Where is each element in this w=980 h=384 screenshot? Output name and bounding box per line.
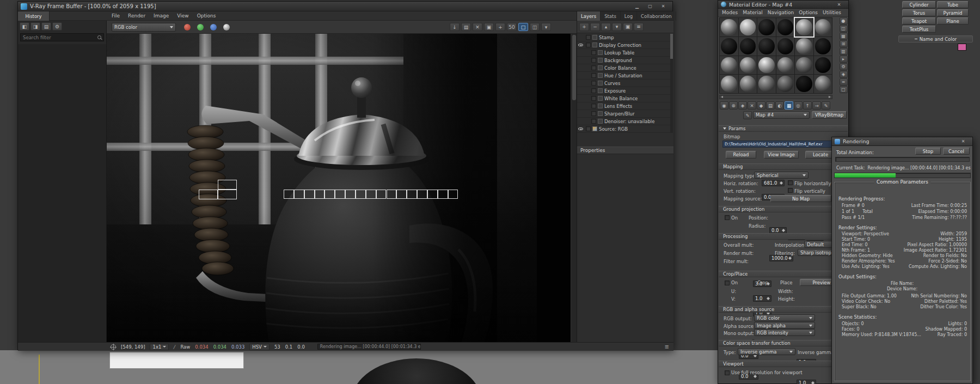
- material-slot[interactable]: [720, 75, 738, 93]
- bitmap-path-field[interactable]: D:\Textures\Hdri\Old_Industrial_Hall\fm4…: [722, 141, 845, 148]
- map-name-dropdown[interactable]: Map #4: [753, 111, 810, 119]
- sample-size-dropdown[interactable]: 1x1: [150, 344, 169, 350]
- material-slot[interactable]: [776, 75, 795, 93]
- layer-checkbox[interactable]: [591, 50, 596, 55]
- cancel-button[interactable]: Cancel: [943, 148, 970, 155]
- menu-file[interactable]: File: [112, 13, 120, 19]
- material-slot[interactable]: [795, 75, 813, 93]
- layer-remove-icon[interactable]: −: [590, 23, 600, 31]
- vfb-titlebar[interactable]: V-Ray Frame Buffer - [100.0% of 2059 x 1…: [18, 2, 672, 11]
- flip-horizontal-checkbox[interactable]: [788, 180, 793, 185]
- follow-mouse-icon[interactable]: +: [495, 23, 505, 31]
- backlight-icon[interactable]: ◫: [840, 25, 848, 32]
- history-options-icon[interactable]: ⚙: [52, 22, 62, 31]
- reset-map-icon[interactable]: ✕: [748, 101, 756, 109]
- put-to-library-icon[interactable]: ▤: [766, 101, 775, 109]
- layer-checkbox[interactable]: [586, 35, 591, 40]
- rendering-titlebar[interactable]: Rendering ✕: [832, 137, 972, 146]
- search-filter-input[interactable]: Search filter: [20, 33, 104, 41]
- tiling-icon[interactable]: ⊞: [840, 40, 848, 47]
- material-slot[interactable]: [814, 56, 832, 75]
- render-view[interactable]: [107, 34, 577, 342]
- create-button-torus[interactable]: Torus: [902, 9, 936, 16]
- tab-stats[interactable]: Stats: [601, 11, 621, 21]
- render-view-scrollbar[interactable]: [571, 34, 577, 342]
- visibility-eye-icon[interactable]: [578, 44, 583, 46]
- layer-row[interactable]: Exposure: [577, 87, 670, 95]
- flip-vertical-checkbox[interactable]: [788, 188, 793, 193]
- material-slot[interactable]: [795, 56, 813, 75]
- create-button-teapot[interactable]: Teapot: [902, 17, 936, 25]
- layer-row[interactable]: Color Balance: [577, 64, 670, 72]
- alpha-source-dropdown[interactable]: Image alpha: [754, 322, 815, 329]
- layer-row[interactable]: Lookup Table: [577, 49, 670, 57]
- sample-scrollbar[interactable]: [719, 95, 832, 99]
- mapping-type-dropdown[interactable]: Spherical: [754, 172, 808, 179]
- layer-checkbox[interactable]: [586, 42, 591, 47]
- layer-add-icon[interactable]: +: [579, 23, 589, 31]
- make-unique-icon[interactable]: ◆: [757, 101, 765, 109]
- tab-log[interactable]: Log: [621, 11, 637, 21]
- properties-header[interactable]: Properties: [577, 147, 673, 154]
- material-slot[interactable]: [739, 18, 757, 36]
- material-slot[interactable]: [757, 56, 776, 75]
- go-to-parent-icon[interactable]: ↑: [803, 101, 812, 109]
- render-mult-spinner[interactable]: 1.0: [753, 295, 771, 302]
- material-slot[interactable]: [739, 56, 757, 75]
- reload-button[interactable]: Reload: [726, 151, 756, 159]
- params-rollout-header[interactable]: Params: [719, 125, 848, 132]
- maximize-icon[interactable]: ▢: [644, 3, 657, 10]
- create-button-pyramid[interactable]: Pyramid: [937, 9, 969, 16]
- close-icon[interactable]: ✕: [657, 3, 670, 10]
- layer-menu-icon[interactable]: ≡: [634, 23, 644, 31]
- get-material-icon[interactable]: ◉: [720, 101, 728, 109]
- material-slot[interactable]: [814, 18, 832, 36]
- full-resolution-checkbox[interactable]: [725, 370, 730, 375]
- view-image-button[interactable]: View Image: [764, 151, 799, 159]
- close-icon[interactable]: ✕: [957, 138, 970, 145]
- layer-row[interactable]: Source: RGB: [577, 125, 670, 133]
- material-slot[interactable]: [720, 56, 738, 75]
- options-icon[interactable]: ⚙: [840, 63, 848, 70]
- create-button-plane[interactable]: Plane: [937, 17, 969, 25]
- alpha-channel-icon[interactable]: [223, 24, 230, 31]
- menu-view[interactable]: View: [177, 13, 188, 19]
- menu-modes[interactable]: Modes: [722, 10, 738, 15]
- visibility-eye-icon[interactable]: [578, 127, 583, 130]
- material-slot-selected[interactable]: [795, 18, 813, 36]
- background-icon[interactable]: ▦: [840, 33, 848, 40]
- material-slot[interactable]: [739, 75, 757, 93]
- menu-render[interactable]: Render: [128, 13, 145, 19]
- resolution-badge[interactable]: 50: [507, 23, 517, 31]
- layer-row[interactable]: White Balance: [577, 95, 670, 102]
- layer-checkbox[interactable]: [591, 88, 596, 93]
- crop-on-checkbox[interactable]: [725, 281, 730, 285]
- menu-options[interactable]: Options: [197, 13, 216, 19]
- ground-on-checkbox[interactable]: [725, 215, 730, 220]
- layer-duplicate-icon[interactable]: ▣: [623, 23, 633, 31]
- material-slot[interactable]: [720, 18, 738, 36]
- mapping-source-button[interactable]: No Map: [770, 195, 831, 202]
- history-compare-icon[interactable]: ▤: [41, 22, 51, 31]
- layer-down-icon[interactable]: ▾: [612, 23, 622, 31]
- select-by-material-icon[interactable]: ◈: [840, 71, 848, 78]
- layer-checkbox[interactable]: [591, 81, 596, 86]
- material-slot[interactable]: [776, 37, 795, 56]
- close-icon[interactable]: ✕: [832, 1, 846, 8]
- object-color-swatch[interactable]: [958, 44, 966, 51]
- layer-row[interactable]: Stamp: [577, 34, 670, 41]
- layer-checkbox[interactable]: [591, 96, 596, 101]
- tab-layers[interactable]: Layers: [577, 11, 601, 21]
- layer-checkbox[interactable]: [591, 103, 596, 108]
- tab-history[interactable]: History: [18, 11, 50, 21]
- green-channel-icon[interactable]: [197, 24, 204, 31]
- name-and-color-rollout[interactable]: Name and Color: [898, 35, 973, 42]
- material-slot[interactable]: [757, 37, 776, 56]
- material-slot[interactable]: [757, 75, 776, 93]
- compare-icon[interactable]: ◫: [530, 23, 540, 31]
- region-render-icon[interactable]: □: [518, 23, 528, 31]
- layer-checkbox[interactable]: [586, 126, 591, 131]
- material-slot[interactable]: [776, 56, 795, 75]
- layer-checkbox[interactable]: [591, 119, 596, 124]
- clear-image-icon[interactable]: ✕: [473, 23, 482, 31]
